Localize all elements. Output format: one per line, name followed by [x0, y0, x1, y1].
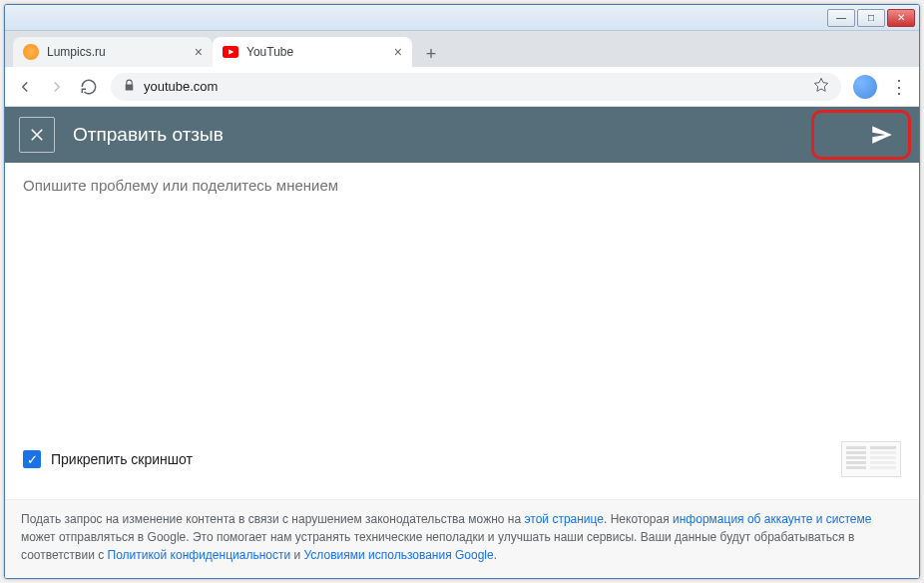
window-close-button[interactable]: ✕	[887, 9, 915, 27]
feedback-header: Отправить отзыв	[5, 107, 919, 163]
bookmark-star-icon[interactable]	[813, 77, 829, 96]
tab-youtube[interactable]: YouTube ×	[213, 37, 412, 67]
back-button[interactable]	[15, 77, 35, 97]
tab-strip: Lumpics.ru × YouTube × +	[5, 31, 919, 67]
profile-avatar[interactable]	[853, 75, 877, 99]
feedback-footer: Подать запрос на изменение контента в св…	[5, 499, 919, 578]
favicon-youtube	[223, 44, 238, 60]
favicon-lumpics	[23, 44, 39, 60]
feedback-close-button[interactable]	[19, 117, 55, 153]
minimize-button[interactable]: —	[827, 9, 855, 27]
feedback-textarea[interactable]: Опишите проблему или поделитесь мнением	[23, 177, 901, 194]
url-text: youtube.com	[144, 79, 805, 94]
footer-text: и	[290, 548, 303, 562]
browser-window: — □ ✕ Lumpics.ru × YouTube × +	[4, 4, 920, 579]
attach-screenshot-row: ✓ Прикрепить скриншот	[23, 441, 901, 485]
url-bar[interactable]: youtube.com	[111, 73, 841, 101]
tab-title: Lumpics.ru	[47, 45, 106, 59]
attach-label: Прикрепить скриншот	[51, 451, 193, 467]
page-content: Отправить отзыв Опишите проблему или под…	[5, 107, 919, 578]
forward-button	[47, 77, 67, 97]
footer-text: Подать запрос на изменение контента в св…	[21, 512, 524, 526]
maximize-button[interactable]: □	[857, 9, 885, 27]
tab-title: YouTube	[246, 45, 293, 59]
footer-link-page[interactable]: этой странице	[524, 512, 604, 526]
screenshot-thumbnail[interactable]	[841, 441, 901, 477]
feedback-title: Отправить отзыв	[73, 124, 224, 146]
window-titlebar: — □ ✕	[5, 5, 919, 31]
tab-close-icon[interactable]: ×	[394, 44, 402, 60]
feedback-body: Опишите проблему или поделитесь мнением …	[5, 163, 919, 499]
new-tab-button[interactable]: +	[418, 41, 444, 67]
feedback-send-button[interactable]	[859, 115, 905, 155]
tab-lumpics[interactable]: Lumpics.ru ×	[13, 37, 213, 67]
reload-button[interactable]	[79, 77, 99, 97]
kebab-menu-icon[interactable]: ⋮	[889, 77, 909, 97]
tab-close-icon[interactable]: ×	[195, 44, 203, 60]
footer-link-terms[interactable]: Условиями использования Google	[304, 548, 494, 562]
attach-checkbox[interactable]: ✓	[23, 450, 41, 468]
footer-link-privacy[interactable]: Политикой конфиденциальности	[108, 548, 291, 562]
footer-text: . Некоторая	[604, 512, 673, 526]
lock-icon	[123, 79, 136, 95]
address-bar-row: youtube.com ⋮	[5, 67, 919, 107]
footer-link-account-info[interactable]: информация об аккаунте и системе	[673, 512, 871, 526]
footer-text: .	[494, 548, 497, 562]
